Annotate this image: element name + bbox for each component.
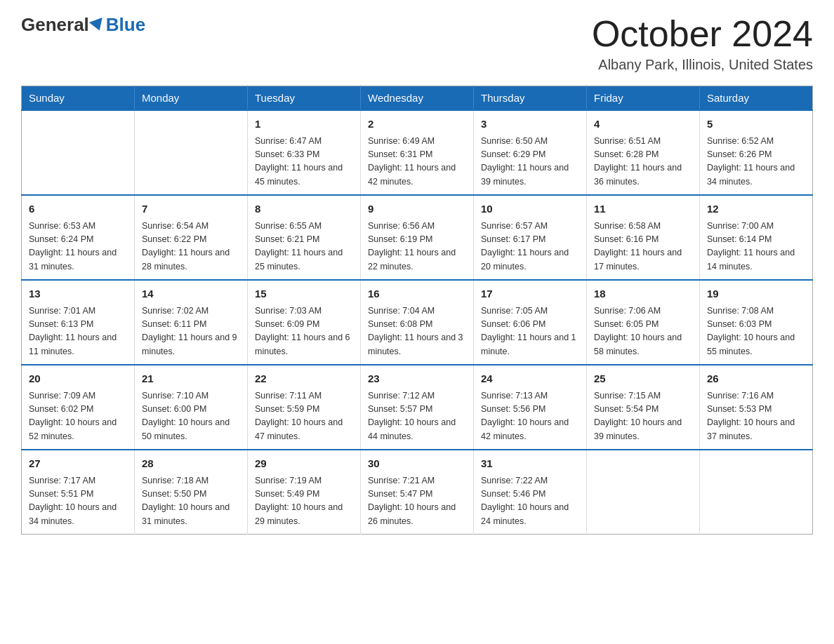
- day-number: 28: [142, 456, 240, 472]
- day-info: Sunrise: 6:57 AMSunset: 6:17 PMDaylight:…: [481, 220, 579, 274]
- day-number: 7: [142, 201, 240, 217]
- calendar-cell: 30Sunrise: 7:21 AMSunset: 5:47 PMDayligh…: [361, 450, 474, 535]
- week-row-3: 13Sunrise: 7:01 AMSunset: 6:13 PMDayligh…: [22, 280, 813, 365]
- day-info: Sunrise: 7:21 AMSunset: 5:47 PMDaylight:…: [368, 474, 466, 529]
- week-row-5: 27Sunrise: 7:17 AMSunset: 5:51 PMDayligh…: [22, 450, 813, 535]
- calendar-cell: 11Sunrise: 6:58 AMSunset: 6:16 PMDayligh…: [587, 195, 700, 280]
- header-day-tuesday: Tuesday: [248, 86, 361, 111]
- calendar-cell: 21Sunrise: 7:10 AMSunset: 6:00 PMDayligh…: [135, 365, 248, 450]
- day-number: 5: [707, 116, 805, 133]
- calendar-cell: 24Sunrise: 7:13 AMSunset: 5:56 PMDayligh…: [474, 365, 587, 450]
- calendar-cell: [700, 450, 813, 535]
- header-day-wednesday: Wednesday: [361, 86, 474, 111]
- day-number: 3: [481, 116, 579, 133]
- calendar-cell: 25Sunrise: 7:15 AMSunset: 5:54 PMDayligh…: [587, 365, 700, 450]
- day-info: Sunrise: 6:56 AMSunset: 6:19 PMDaylight:…: [368, 220, 466, 274]
- day-number: 30: [368, 456, 466, 472]
- day-number: 9: [368, 201, 466, 217]
- calendar-cell: 4Sunrise: 6:51 AMSunset: 6:28 PMDaylight…: [587, 110, 700, 195]
- day-info: Sunrise: 6:51 AMSunset: 6:28 PMDaylight:…: [594, 135, 692, 189]
- day-number: 14: [142, 286, 240, 302]
- logo: General Blue: [21, 14, 145, 36]
- day-number: 12: [707, 201, 805, 217]
- day-number: 10: [481, 201, 579, 217]
- calendar-cell: 13Sunrise: 7:01 AMSunset: 6:13 PMDayligh…: [22, 280, 135, 365]
- calendar-cell: 23Sunrise: 7:12 AMSunset: 5:57 PMDayligh…: [361, 365, 474, 450]
- day-number: 23: [368, 371, 466, 387]
- calendar-cell: 27Sunrise: 7:17 AMSunset: 5:51 PMDayligh…: [22, 450, 135, 535]
- day-number: 8: [255, 201, 353, 217]
- day-info: Sunrise: 7:16 AMSunset: 5:53 PMDaylight:…: [707, 389, 805, 444]
- calendar-cell: 19Sunrise: 7:08 AMSunset: 6:03 PMDayligh…: [700, 280, 813, 365]
- day-info: Sunrise: 7:11 AMSunset: 5:59 PMDaylight:…: [255, 389, 353, 444]
- day-number: 11: [594, 201, 692, 217]
- day-info: Sunrise: 6:52 AMSunset: 6:26 PMDaylight:…: [707, 135, 805, 189]
- day-info: Sunrise: 7:18 AMSunset: 5:50 PMDaylight:…: [142, 474, 240, 529]
- day-info: Sunrise: 7:01 AMSunset: 6:13 PMDaylight:…: [29, 304, 127, 359]
- day-info: Sunrise: 7:04 AMSunset: 6:08 PMDaylight:…: [368, 304, 466, 359]
- day-info: Sunrise: 6:53 AMSunset: 6:24 PMDaylight:…: [29, 220, 127, 274]
- day-number: 18: [594, 286, 692, 302]
- calendar-cell: 8Sunrise: 6:55 AMSunset: 6:21 PMDaylight…: [248, 195, 361, 280]
- day-info: Sunrise: 7:13 AMSunset: 5:56 PMDaylight:…: [481, 389, 579, 444]
- calendar-cell: 12Sunrise: 7:00 AMSunset: 6:14 PMDayligh…: [700, 195, 813, 280]
- calendar-table: SundayMondayTuesdayWednesdayThursdayFrid…: [21, 86, 813, 535]
- calendar-cell: 22Sunrise: 7:11 AMSunset: 5:59 PMDayligh…: [248, 365, 361, 450]
- page-header: General Blue October 2024 Albany Park, I…: [21, 14, 813, 73]
- day-number: 15: [255, 286, 353, 302]
- day-number: 25: [594, 371, 692, 387]
- day-number: 17: [481, 286, 579, 302]
- day-number: 26: [707, 371, 805, 387]
- calendar-cell: [587, 450, 700, 535]
- calendar-cell: 18Sunrise: 7:06 AMSunset: 6:05 PMDayligh…: [587, 280, 700, 365]
- calendar-cell: 6Sunrise: 6:53 AMSunset: 6:24 PMDaylight…: [22, 195, 135, 280]
- day-info: Sunrise: 7:08 AMSunset: 6:03 PMDaylight:…: [707, 304, 805, 359]
- logo-general: General: [21, 14, 89, 36]
- header-day-saturday: Saturday: [700, 86, 813, 111]
- calendar-cell: 1Sunrise: 6:47 AMSunset: 6:33 PMDaylight…: [248, 110, 361, 195]
- day-info: Sunrise: 6:47 AMSunset: 6:33 PMDaylight:…: [255, 135, 353, 189]
- logo-blue: Blue: [106, 14, 145, 36]
- day-number: 27: [29, 456, 127, 472]
- week-row-4: 20Sunrise: 7:09 AMSunset: 6:02 PMDayligh…: [22, 365, 813, 450]
- header-day-sunday: Sunday: [22, 86, 135, 111]
- header-day-monday: Monday: [135, 86, 248, 111]
- calendar-cell: 28Sunrise: 7:18 AMSunset: 5:50 PMDayligh…: [135, 450, 248, 535]
- calendar-cell: [135, 110, 248, 195]
- calendar-cell: 9Sunrise: 6:56 AMSunset: 6:19 PMDaylight…: [361, 195, 474, 280]
- calendar-cell: 3Sunrise: 6:50 AMSunset: 6:29 PMDaylight…: [474, 110, 587, 195]
- calendar-cell: 16Sunrise: 7:04 AMSunset: 6:08 PMDayligh…: [361, 280, 474, 365]
- calendar-cell: 31Sunrise: 7:22 AMSunset: 5:46 PMDayligh…: [474, 450, 587, 535]
- day-number: 13: [29, 286, 127, 302]
- calendar-cell: 20Sunrise: 7:09 AMSunset: 6:02 PMDayligh…: [22, 365, 135, 450]
- day-info: Sunrise: 7:19 AMSunset: 5:49 PMDaylight:…: [255, 474, 353, 529]
- day-number: 20: [29, 371, 127, 387]
- logo-triangle-icon: [89, 18, 106, 33]
- day-info: Sunrise: 7:03 AMSunset: 6:09 PMDaylight:…: [255, 304, 353, 359]
- title-area: October 2024 Albany Park, Illinois, Unit…: [592, 14, 813, 73]
- calendar-cell: 2Sunrise: 6:49 AMSunset: 6:31 PMDaylight…: [361, 110, 474, 195]
- week-row-1: 1Sunrise: 6:47 AMSunset: 6:33 PMDaylight…: [22, 110, 813, 195]
- day-info: Sunrise: 6:54 AMSunset: 6:22 PMDaylight:…: [142, 220, 240, 274]
- calendar-cell: 26Sunrise: 7:16 AMSunset: 5:53 PMDayligh…: [700, 365, 813, 450]
- header-day-friday: Friday: [587, 86, 700, 111]
- day-info: Sunrise: 7:09 AMSunset: 6:02 PMDaylight:…: [29, 389, 127, 444]
- calendar-cell: 10Sunrise: 6:57 AMSunset: 6:17 PMDayligh…: [474, 195, 587, 280]
- calendar-cell: 14Sunrise: 7:02 AMSunset: 6:11 PMDayligh…: [135, 280, 248, 365]
- day-info: Sunrise: 6:50 AMSunset: 6:29 PMDaylight:…: [481, 135, 579, 189]
- day-number: 29: [255, 456, 353, 472]
- week-row-2: 6Sunrise: 6:53 AMSunset: 6:24 PMDaylight…: [22, 195, 813, 280]
- calendar-cell: 17Sunrise: 7:05 AMSunset: 6:06 PMDayligh…: [474, 280, 587, 365]
- calendar-cell: 7Sunrise: 6:54 AMSunset: 6:22 PMDaylight…: [135, 195, 248, 280]
- header-day-thursday: Thursday: [474, 86, 587, 111]
- day-number: 21: [142, 371, 240, 387]
- day-info: Sunrise: 7:02 AMSunset: 6:11 PMDaylight:…: [142, 304, 240, 359]
- day-info: Sunrise: 7:00 AMSunset: 6:14 PMDaylight:…: [707, 220, 805, 274]
- calendar-cell: 15Sunrise: 7:03 AMSunset: 6:09 PMDayligh…: [248, 280, 361, 365]
- location-subtitle: Albany Park, Illinois, United States: [592, 57, 813, 73]
- day-number: 19: [707, 286, 805, 302]
- page-title: October 2024: [592, 14, 813, 54]
- header-row: SundayMondayTuesdayWednesdayThursdayFrid…: [22, 86, 813, 111]
- day-info: Sunrise: 7:12 AMSunset: 5:57 PMDaylight:…: [368, 389, 466, 444]
- day-info: Sunrise: 6:55 AMSunset: 6:21 PMDaylight:…: [255, 220, 353, 274]
